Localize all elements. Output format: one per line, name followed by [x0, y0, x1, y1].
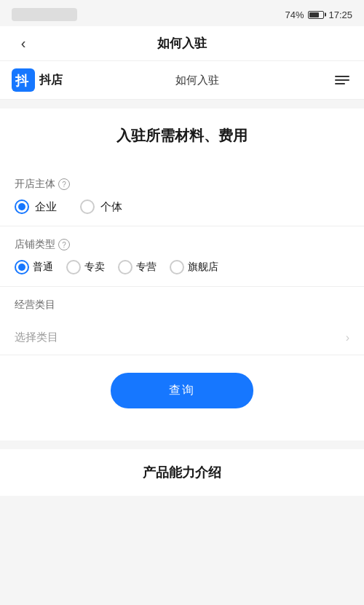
status-bar: 74% 17:25 — [0, 0, 364, 26]
store-type-normal-radio[interactable] — [15, 260, 29, 274]
chevron-right-icon: › — [346, 331, 349, 344]
owner-type-enterprise-option[interactable]: 企业 — [15, 199, 57, 214]
store-type-normal-option[interactable]: 普通 — [15, 260, 53, 274]
owner-type-radio-group: 企业 个体 — [15, 199, 349, 226]
store-type-special-label: 专营 — [136, 261, 157, 274]
store-type-exclusive-label: 专卖 — [84, 261, 105, 274]
battery-percentage: 74% — [285, 9, 304, 20]
category-group: 经营类目 选择类目 › — [15, 287, 349, 355]
query-button[interactable]: 查询 — [111, 373, 253, 408]
brand-name: 抖店 — [39, 73, 63, 88]
store-type-special-radio[interactable] — [118, 260, 132, 274]
bottom-title: 产品能力介绍 — [143, 465, 221, 480]
owner-type-individual-radio[interactable] — [80, 199, 95, 214]
store-type-flagship-radio[interactable] — [170, 260, 184, 274]
owner-type-enterprise-label: 企业 — [35, 200, 57, 214]
status-indicators: 74% 17:25 — [285, 9, 352, 20]
svg-text:抖: 抖 — [15, 74, 29, 88]
store-type-label: 店铺类型 ? — [15, 226, 349, 251]
owner-type-individual-option[interactable]: 个体 — [80, 199, 122, 214]
store-type-group: 店铺类型 ? 普通 专卖 专营 旗舰店 — [15, 226, 349, 286]
category-placeholder: 选择类目 — [15, 331, 58, 344]
section-title: 入驻所需材料、费用 — [15, 126, 349, 146]
menu-button[interactable] — [332, 73, 352, 87]
back-button[interactable]: ‹ — [12, 32, 35, 55]
store-type-flagship-label: 旗舰店 — [188, 261, 218, 274]
nav-title: 如何入驻 — [157, 35, 207, 52]
app-header: 抖 抖店 如何入驻 — [0, 61, 364, 100]
battery-fill — [309, 12, 319, 17]
time-display: 17:25 — [328, 9, 352, 20]
bottom-section: 产品能力介绍 — [0, 449, 364, 496]
menu-line-2 — [335, 79, 349, 81]
store-type-flagship-option[interactable]: 旗舰店 — [170, 260, 218, 274]
brand-logo-icon: 抖 — [12, 68, 35, 92]
battery-icon — [308, 11, 324, 19]
app-header-title: 如何入驻 — [175, 74, 219, 87]
category-selector[interactable]: 选择类目 › — [15, 320, 349, 355]
brand-area: 抖 抖店 — [12, 68, 63, 92]
app-name-blur — [12, 8, 77, 21]
main-content: 入驻所需材料、费用 开店主体 ? 企业 个体 店铺类型 ? 普通 — [0, 108, 364, 440]
menu-line-1 — [335, 76, 349, 77]
store-type-radio-group: 普通 专卖 专营 旗舰店 — [15, 260, 349, 286]
store-type-exclusive-option[interactable]: 专卖 — [66, 260, 105, 274]
query-button-wrapper: 查询 — [15, 355, 349, 423]
owner-type-individual-label: 个体 — [100, 200, 122, 214]
store-type-special-option[interactable]: 专营 — [118, 260, 157, 274]
owner-type-label: 开店主体 ? — [15, 166, 349, 191]
store-type-normal-label: 普通 — [33, 261, 53, 274]
owner-type-group: 开店主体 ? 企业 个体 — [15, 166, 349, 226]
menu-line-3 — [335, 83, 345, 84]
owner-type-help-icon[interactable]: ? — [58, 178, 70, 190]
nav-bar: ‹ 如何入驻 — [0, 26, 364, 61]
category-label: 经营类目 — [15, 287, 349, 312]
battery-body — [308, 11, 324, 19]
owner-type-enterprise-radio[interactable] — [15, 199, 29, 214]
store-type-help-icon[interactable]: ? — [58, 239, 70, 250]
store-type-exclusive-radio[interactable] — [66, 260, 81, 274]
